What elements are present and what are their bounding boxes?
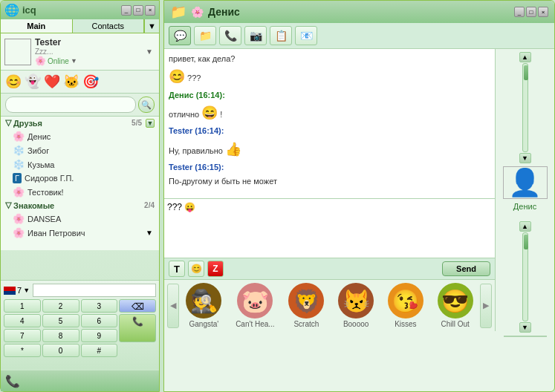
expand-btn[interactable]: ▼	[144, 19, 159, 33]
me-status-badge[interactable]: 🌸 Online ▼	[35, 56, 77, 66]
phone-btn-del[interactable]: ⌫	[119, 299, 156, 313]
tab-contacts[interactable]: Contacts	[73, 19, 145, 33]
phone-btn-1[interactable]: 1	[4, 299, 41, 313]
right-scroll-up2-btn[interactable]: ▲	[519, 221, 531, 232]
smiley-chillout[interactable]: 😎 Chill Out	[438, 283, 473, 328]
contact-dansea[interactable]: 🌸 DANSEA	[1, 212, 159, 226]
smiley-booooo[interactable]: 😾 Booooo	[338, 283, 374, 328]
group-friends-count: 5/5	[132, 119, 142, 127]
icq-maximize-btn[interactable]: □	[133, 5, 143, 16]
mood-icon-3[interactable]: ❤️	[44, 74, 60, 90]
contact-testovic[interactable]: 🌸 Тестовик!	[1, 185, 159, 199]
smiley-kisses[interactable]: 😘 Kisses	[388, 283, 423, 328]
country-dropdown-icon[interactable]: ▼	[23, 287, 30, 294]
group-scroll-btn[interactable]: ▼	[146, 119, 155, 128]
toolbar-call-btn[interactable]: 📞	[219, 26, 241, 45]
icq-close-btn[interactable]: ×	[145, 5, 155, 16]
search-button[interactable]: 🔍	[138, 97, 155, 113]
smiley-scratch-img: 🦁	[288, 283, 324, 318]
country-flag	[4, 287, 16, 295]
mood-icon-5[interactable]: 🎯	[82, 74, 99, 90]
phone-btn-hash[interactable]: #	[81, 344, 118, 357]
contact-kuzma[interactable]: ❄️ Кузьма	[1, 157, 159, 172]
country-code: 7	[17, 286, 22, 295]
phone-keypad: 1 2 3 ⌫ 4 5 6 📞 7 8 9 * 0 #	[4, 299, 156, 357]
format-text-btn[interactable]: T	[169, 261, 185, 277]
country-selector[interactable]: 7 ▼	[4, 286, 30, 295]
chat-close-btn[interactable]: ×	[538, 7, 548, 17]
phone-btn-3[interactable]: 3	[81, 299, 118, 313]
toolbar-history-btn[interactable]: 💬	[169, 26, 191, 45]
phone-btn-8[interactable]: 8	[42, 329, 79, 342]
toolbar-files-btn[interactable]: 📁	[194, 26, 216, 45]
msg-8: По-другому и быть не может	[169, 176, 490, 187]
mood-icon-1[interactable]: 😊	[5, 74, 22, 90]
group-friends-header[interactable]: ▽ Друзья 5/5 ▼	[1, 117, 159, 129]
phone-btn-0[interactable]: 0	[42, 344, 79, 357]
phone-btn-call[interactable]: 📞	[119, 314, 156, 342]
me-status-text: Zzz...	[35, 48, 140, 56]
smiley-scratch[interactable]: 🦁 Scratch	[288, 283, 324, 328]
contact-sidorov[interactable]: Г Сидоров Г.П.	[1, 172, 159, 185]
contact-ivan[interactable]: 🌸 Иван Петрович ▼	[1, 226, 159, 240]
me-expand-btn[interactable]: ▼	[143, 39, 155, 65]
toolbar-info-btn[interactable]: 📋	[270, 26, 292, 45]
smiley-canthear-label: Can't Hea...	[236, 320, 275, 328]
msg-7-sender: Tester (16:15):	[169, 162, 490, 173]
me-avatar	[4, 39, 31, 65]
icq-minimize-btn[interactable]: _	[121, 5, 132, 16]
tab-main[interactable]: Main	[1, 19, 73, 33]
contact-name-kuzma: Кузьма	[27, 160, 54, 169]
smiley-gangsta[interactable]: 🕵 Gangsta'	[186, 283, 221, 328]
contact-icon-dansea: 🌸	[13, 213, 25, 224]
msg-3-sender-name: Денис (16:14):	[169, 91, 225, 99]
group-acquaintances-expand-icon: ▽	[5, 200, 11, 210]
phone-btn-2[interactable]: 2	[42, 299, 79, 313]
chat-title: Денис	[208, 6, 240, 18]
smileys-prev-btn[interactable]: ◀	[167, 284, 179, 328]
bottom-phone-icon[interactable]: 📞	[5, 374, 20, 388]
contact-zibog[interactable]: ❄️ Зибог	[1, 143, 159, 157]
status-dropdown-icon[interactable]: ▼	[71, 57, 77, 65]
msg-5-sender: Tester (16:14):	[169, 125, 490, 137]
search-input[interactable]	[5, 97, 136, 113]
right-scroll-bottom: ▲ ▼	[519, 221, 531, 333]
icq-logo-icon: 🌐	[4, 3, 19, 17]
insert-emoji-btn[interactable]: 😊	[188, 261, 204, 277]
smiley-kisses-img: 😘	[388, 283, 423, 318]
smileys-next-btn[interactable]: ▶	[480, 284, 492, 328]
mood-icon-2[interactable]: 👻	[25, 74, 41, 90]
insert-z-btn[interactable]: Z	[207, 261, 224, 277]
phone-btn-9[interactable]: 9	[81, 329, 118, 342]
phone-number-input[interactable]	[33, 284, 156, 297]
smiley-canthear-img: 🐷	[237, 283, 273, 318]
smiley-canthear[interactable]: 🐷 Can't Hea...	[236, 283, 275, 328]
mood-icon-4[interactable]: 🐱	[63, 74, 79, 90]
messages-scroll[interactable]: привет, как дела? 😊 ??? Денис (16:14): о…	[164, 49, 495, 198]
msg-3-sender: Денис (16:14):	[169, 90, 490, 101]
icq-window: 🌐 icq _ □ × Main Contacts ▼ Tester Zzz..…	[0, 0, 160, 392]
message-input[interactable]: ??? 😛	[167, 202, 492, 255]
chat-minimize-btn[interactable]: _	[514, 7, 525, 17]
me-name: Tester	[35, 37, 140, 48]
contact-expand-btn[interactable]: ▼	[146, 229, 153, 237]
contact-denis[interactable]: 🌸 Денис	[1, 129, 159, 143]
me-info: Tester Zzz... 🌸 Online ▼	[35, 37, 140, 66]
phone-btn-7[interactable]: 7	[4, 329, 41, 342]
contact-name-denis: Денис	[27, 132, 51, 141]
phone-btn-star[interactable]: *	[4, 344, 41, 357]
right-scroll-up-btn[interactable]: ▲	[519, 52, 531, 62]
chat-maximize-btn[interactable]: □	[526, 7, 536, 17]
right-scroll-down2-btn[interactable]: ▼	[519, 322, 531, 333]
phone-btn-6[interactable]: 6	[81, 314, 118, 327]
send-button[interactable]: Send	[442, 261, 490, 276]
right-scroll-down-btn[interactable]: ▼	[519, 153, 531, 163]
group-acquaintances-header[interactable]: ▽ Знакомые 2/4	[1, 199, 159, 212]
toolbar-video-btn[interactable]: 📷	[244, 26, 267, 45]
phone-btn-4[interactable]: 4	[4, 314, 41, 327]
toolbar-email-btn[interactable]: 📧	[295, 26, 317, 45]
contact-icon-testovic: 🌸	[13, 186, 25, 197]
phone-btn-5[interactable]: 5	[42, 314, 79, 327]
msg-2: 😊 ???	[169, 68, 490, 86]
smiley-booooo-img: 😾	[338, 283, 374, 318]
